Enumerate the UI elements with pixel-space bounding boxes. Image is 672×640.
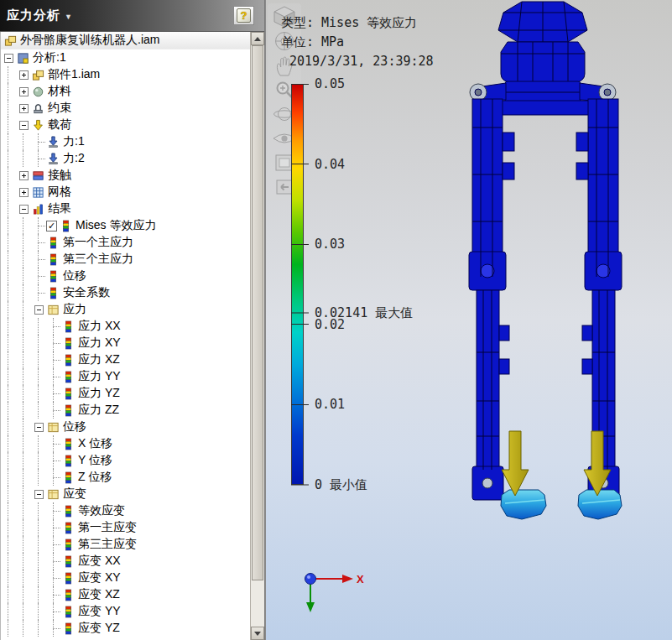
tree-item-9[interactable]: 结果 (1, 200, 250, 217)
tree-item-27[interactable]: 等效应变 (1, 502, 250, 519)
scrollbar-track[interactable] (251, 580, 264, 627)
tree-guide-line (31, 452, 46, 469)
tree-item-1[interactable]: 部件1.iam (1, 66, 250, 83)
tree-guide-line (16, 570, 31, 586)
collapse-toggle-icon[interactable] (31, 486, 46, 502)
tree-item-34[interactable]: 应变 YZ (1, 620, 250, 637)
arrow-up-icon (254, 37, 261, 41)
tree-guide-line (1, 452, 16, 469)
tree-guide-line (1, 100, 16, 117)
tree-item-25[interactable]: Z 位移 (1, 469, 250, 486)
tree-item-16[interactable]: 应力 XX (1, 318, 250, 335)
tree-item-24[interactable]: Y 位移 (1, 452, 250, 469)
tree-guide-line (16, 335, 31, 351)
tree-guide-tee (31, 284, 46, 301)
tree-item-22[interactable]: 位移 (1, 419, 250, 435)
collapse-toggle-icon[interactable] (16, 200, 31, 217)
tree-item-6[interactable]: 力:2 (1, 150, 250, 167)
tree-guide-line (16, 536, 31, 553)
collapse-toggle-icon[interactable] (1, 49, 16, 66)
tree-item-label: 应变 XZ (76, 587, 120, 602)
tree-item-label: 载荷 (45, 117, 71, 133)
tree-item-15[interactable]: 应力 (1, 301, 250, 318)
scroll-up-button[interactable] (251, 32, 264, 45)
tree-guide-tee (46, 536, 61, 553)
tree-guide-line (1, 117, 16, 133)
tree-item-31[interactable]: 应变 XY (1, 570, 250, 586)
tree-guide-line (16, 150, 31, 167)
legend-tickmark (291, 324, 309, 325)
scrollbar-thumb[interactable] (252, 45, 263, 580)
expand-toggle-icon[interactable] (16, 83, 31, 100)
tree-item-14[interactable]: 安全系数 (1, 284, 250, 301)
tree-item-26[interactable]: 应变 (1, 486, 250, 502)
tree-guide-tee (46, 620, 61, 637)
result-icon (46, 269, 60, 283)
tree-item-17[interactable]: 应力 XY (1, 335, 250, 351)
tree-guide-line (16, 301, 31, 318)
tree-guide-line (1, 133, 16, 150)
tree-item-label: 应变 YZ (76, 621, 120, 636)
tree-guide-line (1, 217, 16, 234)
tree-guide-line (1, 419, 16, 435)
tree-item-23[interactable]: X 位移 (1, 435, 250, 452)
tree-item-label: 安全系数 (60, 285, 110, 300)
result-visibility-checkbox[interactable]: ✓ (46, 221, 57, 232)
tree-item-30[interactable]: 应变 XX (1, 553, 250, 570)
browser-root-node[interactable]: 外骨骼康复训练机器人.iam (1, 32, 250, 49)
tree-item-2[interactable]: 材料 (1, 83, 250, 100)
expand-toggle-icon[interactable] (16, 184, 31, 200)
result-icon (46, 236, 60, 249)
tree-guide-line (1, 486, 16, 502)
collapse-toggle-icon[interactable] (16, 117, 31, 133)
tree-item-19[interactable]: 应力 YY (1, 368, 250, 385)
tree-item-32[interactable]: 应变 XZ (1, 586, 250, 603)
legend-tick: 0.05 (291, 76, 345, 91)
tree-item-3[interactable]: 约束 (1, 100, 250, 117)
browser-root-label: 外骨骼康复训练机器人.iam (18, 33, 159, 48)
tree-item-label: Mises 等效应力 (73, 218, 156, 233)
tree-item-21[interactable]: 应力 ZZ (1, 402, 250, 419)
collapse-toggle-icon[interactable] (31, 419, 46, 435)
panel-title-dropdown[interactable]: 应力分析 ▼ (7, 8, 72, 23)
tree-item-label: 应力 XZ (76, 352, 120, 367)
expand-toggle-icon[interactable] (16, 66, 31, 83)
tree-item-29[interactable]: 第三主应变 (1, 536, 250, 553)
tree-item-12[interactable]: 第三个主应力 (1, 251, 250, 268)
tree-item-18[interactable]: 应力 XZ (1, 351, 250, 368)
tree-item-11[interactable]: 第一个主应力 (1, 234, 250, 251)
tree-item-7[interactable]: 接触 (1, 167, 250, 184)
legend-ticks: 0.050.040.030.02141 最大值0.020.010 最小值 (291, 84, 476, 485)
tree-item-33[interactable]: 应变 YY (1, 603, 250, 620)
folder-icon (46, 420, 60, 434)
tree-item-8[interactable]: 网格 (1, 184, 250, 200)
graphics-viewport[interactable]: 类型: Mises 等效应力 单位: MPa 2019/3/31, 23:39:… (265, 0, 672, 640)
tree-guide-line (1, 301, 16, 318)
tree-guide-line (31, 335, 46, 351)
result-icon (61, 471, 76, 484)
expand-toggle-icon[interactable] (16, 100, 31, 117)
tree-item-20[interactable]: 应力 YZ (1, 385, 250, 402)
expand-toggle-icon[interactable] (16, 167, 31, 184)
legend-tickmark (291, 244, 309, 245)
tree-guide-line (1, 385, 16, 402)
browser-scrollbar[interactable] (250, 32, 264, 640)
help-button[interactable]: ? (233, 6, 254, 25)
tree-guide-line (1, 620, 16, 637)
tree-guide-line (16, 234, 31, 251)
collapse-toggle-icon[interactable] (31, 301, 46, 318)
tree-item-4[interactable]: 载荷 (1, 117, 250, 133)
tree-guide-line (16, 553, 31, 570)
tree-item-5[interactable]: 力:1 (1, 133, 250, 150)
result-icon (61, 554, 76, 568)
tree-guide-line (1, 519, 16, 536)
tree-item-28[interactable]: 第一主应变 (1, 519, 250, 536)
tree-guide-line (16, 469, 31, 486)
tree-item-10[interactable]: ✓Mises 等效应力 (1, 217, 250, 234)
tree-item-13[interactable]: 位移 (1, 268, 250, 284)
scroll-down-button[interactable] (251, 627, 264, 640)
result-timestamp-text: 2019/3/31, 23:39:28 (281, 52, 434, 71)
tree-item-0[interactable]: 分析:1 (1, 49, 250, 66)
tree-guide-tee (31, 268, 46, 284)
tree-guide-line (1, 184, 16, 200)
